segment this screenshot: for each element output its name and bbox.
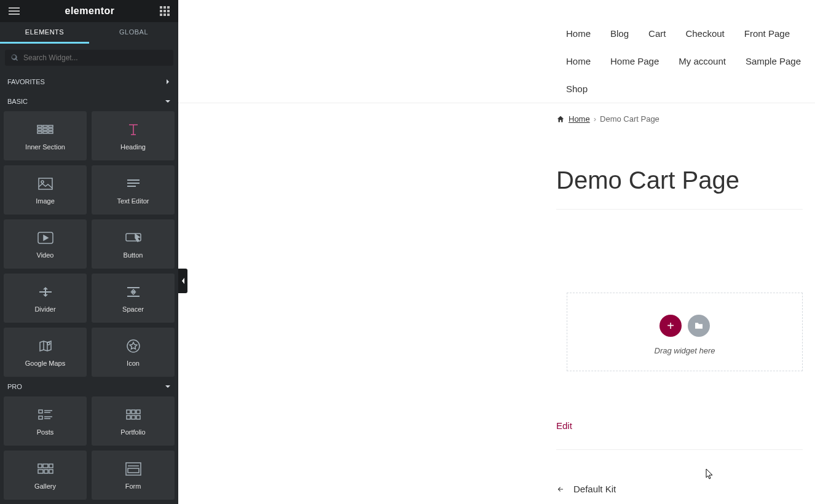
section-basic[interactable]: BASIC	[0, 92, 178, 111]
widget-label: Form	[125, 482, 141, 490]
inner-section-icon	[37, 121, 54, 138]
widget-google-maps[interactable]: Google Maps	[4, 328, 87, 377]
drop-zone-buttons: +	[567, 315, 802, 337]
nav-link[interactable]: Checkout	[675, 20, 734, 47]
svg-rect-4	[43, 128, 47, 130]
breadcrumb-home[interactable]: Home	[556, 114, 590, 124]
svg-rect-18	[127, 296, 140, 297]
nav-link[interactable]: Home	[556, 47, 600, 75]
previous-link[interactable]: Default Kit	[178, 450, 815, 494]
gallery-icon	[37, 460, 54, 478]
image-icon	[37, 175, 54, 192]
form-icon	[125, 460, 142, 478]
divider-icon	[37, 283, 54, 301]
svg-rect-33	[38, 464, 42, 468]
svg-rect-36	[38, 470, 43, 473]
widget-inner-section[interactable]: Inner Section	[4, 111, 87, 160]
basic-widgets-grid: Inner SectionHeadingImageText EditorVide…	[0, 111, 178, 377]
svg-rect-5	[43, 132, 47, 133]
nav-link[interactable]: Cart	[639, 20, 675, 47]
pro-widgets-grid: PostsPortfolioGalleryForm	[0, 396, 178, 500]
widget-form[interactable]: Form	[92, 451, 175, 500]
widget-posts[interactable]: Posts	[4, 396, 87, 446]
svg-point-10	[41, 181, 44, 183]
svg-rect-6	[49, 125, 53, 127]
svg-rect-3	[43, 125, 47, 127]
nav-link[interactable]: Home	[556, 20, 600, 47]
search-box[interactable]	[5, 50, 173, 66]
chevron-right-icon	[165, 79, 171, 85]
widget-icon[interactable]: Icon	[92, 328, 175, 377]
svg-rect-28	[132, 410, 135, 414]
svg-rect-17	[127, 287, 140, 288]
chevron-down-icon	[165, 384, 171, 390]
svg-rect-21	[39, 410, 42, 413]
widget-spacer[interactable]: Spacer	[92, 274, 175, 323]
widget-label: Inner Section	[25, 143, 65, 151]
search-wrap	[0, 44, 178, 72]
breadcrumb-current: Demo Cart Page	[600, 114, 659, 124]
svg-rect-31	[132, 415, 135, 419]
tab-global[interactable]: GLOBAL	[89, 22, 178, 44]
widget-divider[interactable]: Divider	[4, 274, 87, 323]
drop-zone[interactable]: + Drag widget here	[567, 293, 803, 371]
svg-rect-38	[49, 470, 53, 473]
widget-label: Posts	[37, 428, 54, 436]
svg-rect-22	[39, 416, 42, 419]
widget-heading[interactable]: Heading	[92, 111, 175, 160]
widget-label: Heading	[120, 143, 146, 151]
svg-rect-1	[37, 128, 42, 130]
arrow-left-icon	[556, 486, 565, 493]
collapse-sidebar-button[interactable]	[178, 269, 187, 293]
widget-text-editor[interactable]: Text Editor	[92, 165, 175, 215]
widget-label: Google Maps	[25, 360, 65, 367]
section-label: BASIC	[7, 98, 28, 105]
plus-icon: +	[667, 319, 674, 333]
icon-icon	[125, 337, 142, 355]
svg-rect-37	[44, 470, 48, 473]
section-pro[interactable]: PRO	[0, 377, 178, 396]
home-icon	[556, 115, 565, 124]
section-label: PRO	[7, 383, 22, 390]
svg-rect-12	[127, 183, 140, 184]
svg-rect-27	[127, 410, 130, 414]
edit-link[interactable]: Edit	[178, 371, 815, 449]
menu-icon[interactable]	[9, 6, 20, 17]
nav-link[interactable]: My account	[669, 47, 736, 75]
text-editor-icon	[125, 175, 142, 192]
breadcrumb-home-label: Home	[569, 114, 590, 124]
section-favorites[interactable]: FAVORITES	[0, 72, 178, 92]
nav-link[interactable]: Sample Page	[736, 47, 811, 75]
widget-label: Spacer	[122, 305, 144, 313]
posts-icon	[37, 406, 54, 423]
template-library-button[interactable]	[688, 315, 710, 337]
svg-rect-9	[39, 178, 52, 189]
search-input[interactable]	[23, 53, 167, 62]
nav-link[interactable]: Home Page	[600, 47, 669, 75]
widget-image[interactable]: Image	[4, 165, 87, 215]
widget-portfolio[interactable]: Portfolio	[92, 396, 175, 446]
nav-link[interactable]: Front Page	[734, 20, 800, 47]
canvas: HomeBlogCartCheckoutFront PageHomeHome P…	[178, 0, 815, 504]
nav-link[interactable]: Shop	[556, 75, 597, 103]
button-icon	[125, 229, 142, 246]
widget-label: Icon	[127, 360, 140, 367]
drop-hint: Drag widget here	[567, 346, 802, 355]
widget-gallery[interactable]: Gallery	[4, 451, 87, 500]
tab-elements[interactable]: ELEMENTS	[0, 22, 89, 44]
svg-rect-35	[49, 464, 53, 468]
nav-link[interactable]: Blog	[600, 20, 639, 47]
svg-rect-34	[43, 464, 48, 468]
svg-rect-7	[49, 128, 53, 130]
widget-video[interactable]: Video	[4, 219, 87, 269]
apps-icon[interactable]	[160, 6, 170, 16]
svg-rect-13	[127, 186, 136, 187]
add-section-button[interactable]: +	[659, 315, 682, 337]
video-icon	[37, 229, 54, 246]
svg-rect-8	[49, 132, 53, 133]
svg-rect-41	[128, 468, 139, 473]
svg-rect-2	[37, 132, 42, 133]
widget-button[interactable]: Button	[92, 219, 175, 269]
widget-label: Image	[36, 197, 55, 205]
breadcrumb-separator: ›	[594, 114, 596, 124]
